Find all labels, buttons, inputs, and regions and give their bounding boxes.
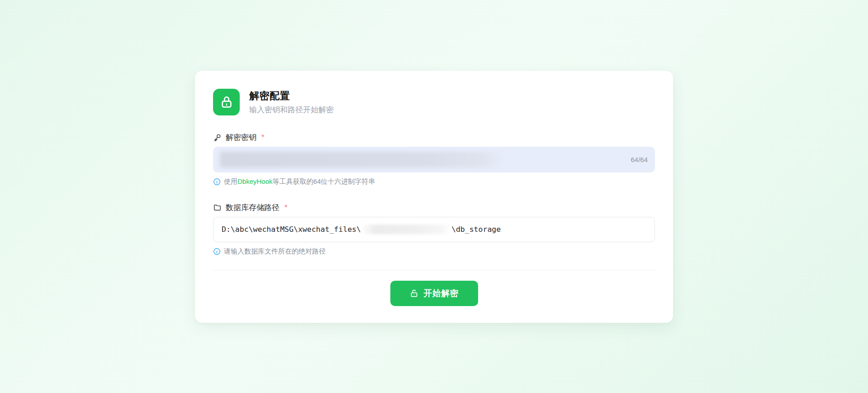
- path-helper-row: 请输入数据库文件所在的绝对路径: [213, 247, 655, 256]
- path-input[interactable]: D:\abc\wechatMSG\xwechat_files\\db_stora…: [213, 217, 655, 242]
- start-decrypt-button[interactable]: 开始解密: [390, 281, 478, 306]
- folder-icon: [213, 203, 222, 212]
- path-helper-text: 请输入数据库文件所在的绝对路径: [224, 247, 326, 256]
- unlock-icon: [409, 288, 419, 298]
- info-icon: [213, 248, 221, 255]
- header-titles: 解密配置 输入密钥和路径开始解密: [249, 89, 334, 115]
- lock-icon: [213, 89, 240, 115]
- redacted-path-segment: [362, 225, 451, 234]
- path-required-marker: *: [285, 204, 287, 212]
- field-gap: [213, 186, 655, 203]
- footer: 开始解密: [213, 281, 655, 306]
- path-value-prefix: D:\abc\wechatMSG\xwechat_files\: [222, 225, 361, 234]
- page-title: 解密配置: [249, 89, 334, 103]
- redacted-key-value: [220, 152, 505, 168]
- key-helper-row: 使用DbkeyHook等工具获取的64位十六进制字符串: [213, 177, 655, 186]
- info-icon: [213, 178, 221, 186]
- key-input[interactable]: 64/64: [213, 147, 655, 173]
- key-helper-prefix: 使用: [224, 177, 237, 185]
- decrypt-config-card: 解密配置 输入密钥和路径开始解密 解密密钥 * 64/64: [195, 71, 673, 323]
- key-helper-suffix: 等工具获取的64位十六进制字符串: [273, 177, 375, 185]
- path-field-label: 数据库存储路径: [226, 202, 280, 213]
- key-icon: [213, 133, 222, 142]
- key-field-block: 解密密钥 * 64/64 使用DbkeyHook等工具获取的64位十六进制字符串: [213, 133, 655, 186]
- key-helper-text: 使用DbkeyHook等工具获取的64位十六进制字符串: [224, 177, 375, 186]
- path-field-block: 数据库存储路径 * D:\abc\wechatMSG\xwechat_files…: [213, 203, 655, 256]
- path-field-label-row: 数据库存储路径 *: [213, 203, 655, 212]
- dbkeyhook-link[interactable]: DbkeyHook: [237, 177, 273, 185]
- divider: [213, 270, 655, 270]
- key-char-counter: 64/64: [631, 156, 648, 163]
- start-decrypt-label: 开始解密: [424, 288, 459, 299]
- key-field-label-row: 解密密钥 *: [213, 133, 655, 142]
- page-subtitle: 输入密钥和路径开始解密: [249, 105, 334, 115]
- card-header: 解密配置 输入密钥和路径开始解密: [213, 89, 655, 115]
- key-required-marker: *: [261, 134, 264, 142]
- key-field-label: 解密密钥: [226, 132, 256, 143]
- path-value-suffix: \db_storage: [451, 225, 501, 234]
